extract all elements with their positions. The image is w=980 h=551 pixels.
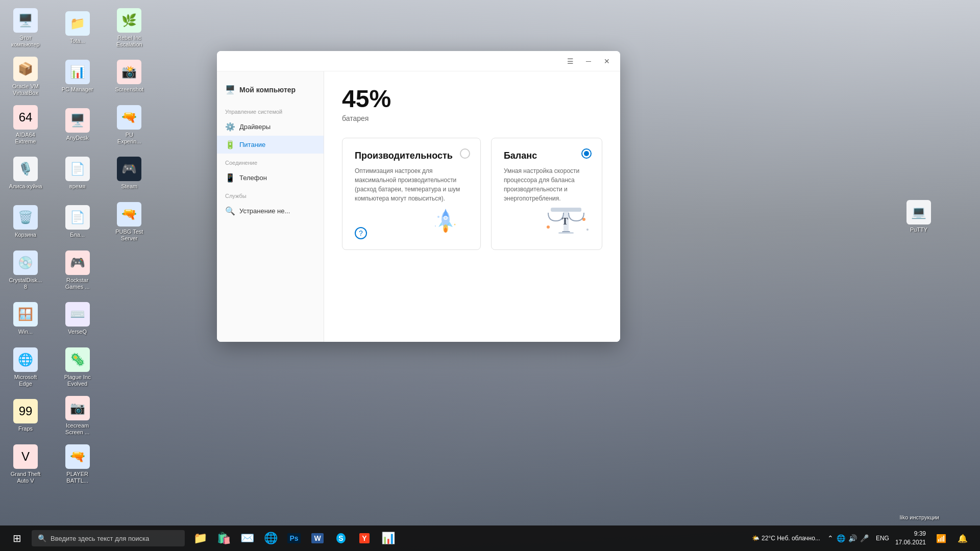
desktop-icon-alice[interactable]: 🎙️ Алиса-хуйна — [5, 151, 46, 196]
taskbar-app-store[interactable]: 🛍️ — [212, 527, 235, 549]
desktop-icon-rockstar[interactable]: 🎮 RockstarGames ... — [57, 247, 98, 293]
aida64-icon: 64 — [13, 105, 38, 130]
taskbar-app-skype[interactable]: S — [330, 527, 352, 549]
balance-radio[interactable] — [581, 148, 592, 159]
weather-display[interactable]: 🌤️ 22°C Неб. облачно... — [752, 535, 820, 542]
svg-point-3 — [444, 228, 447, 233]
recycle-label: Корзина — [15, 232, 36, 238]
desktop-icon-screenshot[interactable]: 📸 Screenshot — [109, 54, 150, 99]
desktop-icon-edge[interactable]: 🌐 MicrosoftEdge — [5, 344, 46, 390]
desktop-icon-steam[interactable]: 🎮 Steam — [109, 151, 150, 196]
desktop-icon-pubg-test[interactable]: 🔫 PUBG TestServer — [109, 199, 150, 245]
pubg-test-label: PUBG TestServer — [115, 229, 143, 242]
blank-icon: 📄 — [65, 205, 90, 230]
taskbar-app-mail[interactable]: ✉️ — [236, 527, 258, 549]
mail-icon: ✉️ — [240, 532, 254, 545]
svg-point-10 — [435, 226, 436, 227]
desktop-icons-area: 🖥️ Этоткомпьютер 📦 Oracle VMVirtualBox 6… — [0, 0, 163, 525]
player-battle-icon: 🔫 — [65, 444, 90, 469]
desktop-icon-player-battle[interactable]: 🔫 PLAYERBATTL... — [57, 441, 98, 487]
menu-button[interactable]: ☰ — [563, 54, 577, 68]
sidebar-section-services: Службы — [217, 187, 324, 202]
desktop-icon-fraps[interactable]: 99 Fraps — [5, 393, 46, 439]
gta-label: Grand TheftAuto V — [11, 471, 41, 484]
start-button[interactable]: ⊞ — [4, 525, 30, 551]
clock-date: 17.06.2021 — [895, 538, 926, 547]
taskbar-app-explorer[interactable]: 📁 — [189, 527, 211, 549]
sidebar-item-phone[interactable]: 📱 Телефон — [217, 169, 324, 187]
taskbar-app-photoshop[interactable]: Ps — [283, 527, 305, 549]
pubg-exp-label: PUExperin... — [117, 132, 141, 145]
rebel-inc-label: Rebel IncEscalation — [116, 35, 142, 48]
desktop-icon-gta[interactable]: V Grand TheftAuto V — [5, 441, 46, 487]
power-card-balance[interactable]: Баланс Умная настройка скорости процессо… — [491, 138, 602, 250]
taskbar: ⊞ 🔍 Введите здесь текст для поиска 📁 🛍️ … — [0, 525, 980, 551]
desktop-icon-blank[interactable]: 📄 Бла... — [57, 199, 98, 245]
main-content: 45% батарея Производительность Оптимизац… — [324, 71, 620, 342]
desktop-icon-plague-inc[interactable]: 🦠 Plague IncEvolved — [57, 344, 98, 390]
minimize-button[interactable]: ─ — [581, 54, 596, 68]
steam-label: Steam — [121, 183, 137, 190]
volume-icon[interactable]: 🔊 — [848, 534, 857, 542]
battery-percent: 45% — [342, 87, 602, 111]
sidebar-item-power[interactable]: 🔋 Питание — [217, 136, 324, 154]
screenshot-icon: 📸 — [117, 60, 141, 84]
taskbar-app-yandex[interactable]: Y — [353, 527, 376, 549]
skype-icon: S — [336, 533, 345, 543]
close-button[interactable]: ✕ — [600, 54, 614, 68]
system-clock[interactable]: 9:39 17.06.2021 — [892, 530, 929, 547]
pubg-test-icon: 🔫 — [117, 202, 141, 227]
language-display[interactable]: ENG — [876, 535, 889, 542]
sidebar-item-drivers[interactable]: ⚙️ Драйверы — [217, 118, 324, 136]
my-computer-label: Этоткомпьютер — [11, 35, 39, 48]
icecream-screen-label: IcecreamScreen ... — [65, 422, 89, 436]
sidebar-section-connection: Соединение — [217, 154, 324, 169]
aida64-label: AIDA64Extreme — [15, 132, 36, 145]
chevron-up-icon[interactable]: ⌃ — [827, 534, 834, 542]
desktop-icon-verseq[interactable]: ⌨️ VerseQ — [57, 296, 98, 342]
recycle-icon: 🗑️ — [13, 205, 38, 230]
battery-section: 45% батарея — [342, 87, 602, 122]
desktop-icon-icecream-screen[interactable]: 📷 IcecreamScreen ... — [57, 393, 98, 439]
sidebar-item-troubleshoot[interactable]: 🔍 Устранение не... — [217, 202, 324, 220]
taskbar-app-imobie[interactable]: 📊 — [377, 527, 399, 549]
network-icon[interactable]: 🌐 — [837, 534, 845, 542]
desktop-icon-time[interactable]: 📄 время — [57, 151, 98, 196]
plague-inc-icon: 🦠 — [65, 347, 90, 372]
mic-icon[interactable]: 🎤 — [860, 534, 869, 542]
power-icon: 🔋 — [225, 140, 234, 149]
desktop-icon-crystaldisk[interactable]: 💿 CrystalDisk...8 — [5, 247, 46, 293]
clock-time: 9:39 — [914, 530, 926, 538]
oracle-vm-icon: 📦 — [13, 57, 38, 81]
desktop-icon-anydesk[interactable]: 🖥️ AnyDesk — [57, 102, 98, 148]
power-card-performance[interactable]: Производительность Оптимизация настроек … — [342, 138, 481, 250]
desktop-icon-aida64[interactable]: 64 AIDA64Extreme — [5, 102, 46, 148]
crystaldisk-label: CrystalDisk...8 — [9, 277, 42, 290]
windows-start-icon: ⊞ — [13, 532, 21, 544]
performance-radio[interactable] — [460, 148, 470, 159]
performance-title: Производительность — [355, 151, 468, 161]
desktop-icon-my-computer[interactable]: 🖥️ Этоткомпьютер — [5, 5, 46, 51]
taskbar-app-word[interactable]: W — [306, 527, 329, 549]
taskbar-app-edge[interactable]: 🌐 — [259, 527, 282, 549]
taskbar-search[interactable]: 🔍 Введите здесь текст для поиска — [32, 530, 185, 546]
photoshop-icon: Ps — [287, 533, 300, 543]
player-battle-label: PLAYERBATTL... — [66, 471, 88, 484]
desktop-icon-recycle[interactable]: 🗑️ Корзина — [5, 199, 46, 245]
rebel-inc-icon: 🌿 — [117, 8, 141, 33]
desktop-icon-pubg-exp[interactable]: 🔫 PUExperin... — [109, 102, 150, 148]
notification-button[interactable]: 🔔 — [953, 527, 972, 549]
minimize-icon: ─ — [586, 57, 591, 65]
sidebar-main-item[interactable]: 🖥️ Мой компьютер — [217, 80, 324, 103]
troubleshoot-icon: 🔍 — [225, 206, 234, 216]
desktop-icon-total[interactable]: 📁 Tota... — [57, 5, 98, 51]
rockstar-icon: 🎮 — [65, 251, 90, 275]
desktop-icon-rebel-inc[interactable]: 🌿 Rebel IncEscalation — [109, 5, 150, 51]
desktop-icon-oracle-vm[interactable]: 📦 Oracle VMVirtualBox — [5, 54, 46, 99]
performance-help-icon[interactable]: ? — [355, 227, 367, 239]
performance-graph-icon[interactable]: 📶 — [932, 529, 950, 547]
desktop-icon-putty[interactable]: 💻 PuTTY — [898, 194, 939, 240]
search-placeholder: Введите здесь текст для поиска — [51, 535, 149, 542]
desktop-icon-windows[interactable]: 🪟 Win... — [5, 296, 46, 342]
desktop-icon-pc-manager[interactable]: 📊 PC Manager — [57, 54, 98, 99]
